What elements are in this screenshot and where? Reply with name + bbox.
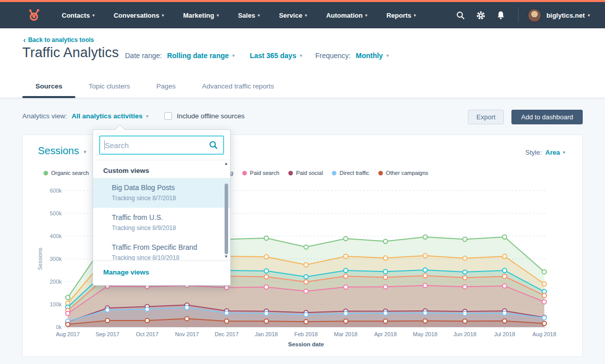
data-point-email-marketing[interactable] [304, 280, 308, 284]
data-point-paid-search[interactable] [343, 285, 348, 289]
date-range-type-dropdown[interactable]: Rolling date range ▾ [167, 52, 235, 60]
data-point-paid-search[interactable] [502, 284, 506, 288]
data-point-other-campaigns[interactable] [542, 322, 546, 326]
date-range-value-dropdown[interactable]: Last 365 days ▾ [250, 52, 302, 60]
tab-sources[interactable]: Sources [22, 76, 75, 98]
data-point-other-campaigns[interactable] [105, 318, 109, 323]
data-point-direct-traffic[interactable] [463, 311, 467, 315]
data-point-direct-traffic[interactable] [423, 311, 427, 315]
nav-item-marketing[interactable]: Marketing▾ [183, 12, 219, 19]
custom-view-traffic-from-specific-brand[interactable]: Traffic From Specific BrandTracking sinc… [93, 238, 230, 260]
style-dropdown[interactable]: Area ▾ [545, 149, 565, 156]
data-point-email-marketing[interactable] [542, 293, 546, 297]
legend-item-other-campaigns[interactable]: Other campaigns [378, 170, 428, 176]
data-point-direct-traffic[interactable] [225, 311, 229, 315]
account-menu[interactable]: biglytics.net ▾ [546, 12, 590, 19]
data-point-email-marketing[interactable] [343, 274, 348, 278]
data-point-referrals[interactable] [423, 254, 427, 258]
data-point-organic-search[interactable] [264, 236, 268, 240]
tab-pages[interactable]: Pages [143, 76, 189, 98]
nav-item-sales[interactable]: Sales▾ [238, 12, 260, 19]
data-point-paid-search[interactable] [383, 285, 387, 289]
analytics-view-dropdown[interactable]: All analytics activities ▾ [72, 112, 149, 120]
data-point-other-campaigns[interactable] [225, 319, 229, 323]
nav-item-conversations[interactable]: Conversations▾ [114, 12, 164, 19]
data-point-direct-traffic[interactable] [185, 305, 189, 309]
data-point-referrals[interactable] [542, 282, 546, 286]
data-point-social-media[interactable] [423, 268, 427, 272]
nav-item-automation[interactable]: Automation▾ [326, 12, 367, 19]
data-point-referrals[interactable] [383, 256, 387, 260]
data-point-email-marketing[interactable] [423, 274, 427, 278]
data-point-organic-search[interactable] [542, 269, 546, 274]
legend-item-paid-search[interactable]: Paid search [242, 170, 279, 176]
metric-selector[interactable]: Sessions ▾ [38, 145, 87, 157]
data-point-paid-search[interactable] [264, 285, 268, 289]
data-point-social-media[interactable] [463, 270, 467, 274]
data-point-other-campaigns[interactable] [185, 316, 189, 321]
scroll-up-icon[interactable]: ▲ [224, 162, 228, 166]
export-button[interactable]: Export [468, 110, 504, 124]
data-point-direct-traffic[interactable] [105, 308, 109, 312]
data-point-paid-search[interactable] [463, 285, 467, 289]
data-point-direct-traffic[interactable] [145, 307, 149, 311]
data-point-email-marketing[interactable] [264, 275, 268, 279]
legend-item-paid-social[interactable]: Paid social [288, 170, 323, 176]
hubspot-logo-icon[interactable] [27, 7, 41, 23]
data-point-paid-search[interactable] [225, 286, 229, 290]
data-point-organic-search[interactable] [423, 235, 427, 239]
legend-item-organic-search[interactable]: Organic search [44, 170, 89, 176]
data-point-paid-search[interactable] [304, 289, 308, 293]
data-point-direct-traffic[interactable] [383, 311, 387, 315]
user-avatar[interactable] [528, 9, 541, 22]
search-input[interactable] [99, 135, 224, 155]
data-point-paid-search[interactable] [542, 300, 546, 304]
notifications-bell-icon[interactable] [491, 11, 511, 20]
settings-gear-icon[interactable] [470, 11, 491, 20]
data-point-referrals[interactable] [304, 263, 308, 267]
data-point-direct-traffic[interactable] [304, 312, 308, 316]
data-point-paid-search[interactable] [423, 283, 427, 287]
custom-view-traffic-from-u-s[interactable]: Traffic from U.S.Tracking since 8/9/2018 [93, 208, 230, 238]
data-point-other-campaigns[interactable] [502, 319, 506, 323]
data-point-direct-traffic[interactable] [343, 311, 348, 315]
data-point-other-campaigns[interactable] [304, 320, 308, 324]
data-point-referrals[interactable] [463, 256, 467, 260]
data-point-other-campaigns[interactable] [264, 319, 268, 323]
data-point-direct-traffic[interactable] [542, 315, 546, 320]
data-point-other-campaigns[interactable] [463, 319, 467, 323]
data-point-organic-search[interactable] [463, 237, 467, 241]
manage-views-link[interactable]: Manage views [103, 268, 149, 276]
tab-topic-clusters[interactable]: Topic clusters [75, 76, 143, 98]
data-point-paid-search[interactable] [66, 311, 70, 315]
search-icon[interactable] [450, 11, 470, 20]
add-to-dashboard-button[interactable]: Add to dashboard [511, 110, 583, 124]
custom-view-big-data-blog-posts[interactable]: Big Data Blog PostsTracking since 8/7/20… [93, 178, 230, 208]
frequency-dropdown[interactable]: Monthly ▾ [356, 52, 388, 60]
data-point-referrals[interactable] [264, 255, 268, 259]
legend-item-direct-traffic[interactable]: Direct traffic [332, 170, 369, 176]
data-point-email-marketing[interactable] [463, 276, 467, 280]
data-point-email-marketing[interactable] [383, 275, 387, 279]
data-point-organic-search[interactable] [502, 235, 506, 239]
data-point-social-media[interactable] [304, 275, 308, 279]
scrollbar-thumb[interactable] [225, 184, 228, 254]
data-point-organic-search[interactable] [383, 239, 387, 243]
scroll-down-icon[interactable]: ▼ [224, 255, 228, 259]
data-point-referrals[interactable] [343, 254, 348, 258]
data-point-other-campaigns[interactable] [383, 319, 387, 323]
data-point-email-marketing[interactable] [502, 274, 506, 278]
data-point-other-campaigns[interactable] [423, 319, 427, 323]
data-point-social-media[interactable] [264, 269, 268, 273]
data-point-other-campaigns[interactable] [343, 319, 348, 323]
data-point-social-media[interactable] [502, 268, 506, 272]
data-point-social-media[interactable] [343, 268, 348, 272]
data-point-social-media[interactable] [383, 269, 387, 274]
back-to-analytics-link[interactable]: ‹ Back to analytics tools [23, 36, 94, 43]
nav-item-service[interactable]: Service▾ [279, 12, 307, 19]
data-point-other-campaigns[interactable] [145, 318, 149, 323]
data-point-other-campaigns[interactable] [66, 322, 70, 326]
nav-item-contacts[interactable]: Contacts▾ [62, 12, 95, 19]
data-point-organic-search[interactable] [343, 237, 348, 241]
data-point-direct-traffic[interactable] [502, 311, 506, 315]
